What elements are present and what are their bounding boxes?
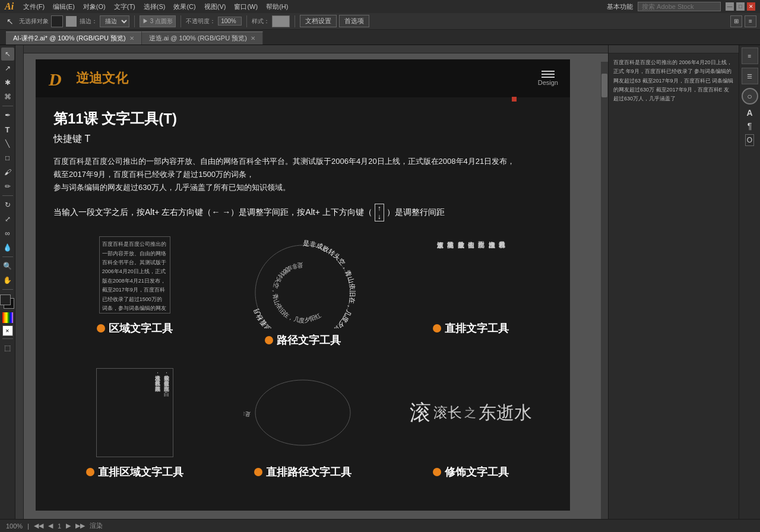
eyedropper-tool[interactable]: 💧 <box>1 241 14 254</box>
sep2 <box>180 15 181 27</box>
nav-next-btn[interactable]: ▶ <box>66 522 71 530</box>
brush-tool[interactable]: 🖌 <box>1 166 14 179</box>
menu-edit[interactable]: 编辑(E) <box>49 1 78 12</box>
dot-orange-1 <box>97 324 105 332</box>
panel-list-btn[interactable]: ☰ <box>742 68 758 84</box>
logo-icon: D <box>48 66 71 90</box>
status-sep-1: | <box>27 522 29 530</box>
vertical-text-box: 滚滚长江东逝水 浪花淘尽英雄 是非成败转头空 青山依旧在 几度夕阳红 白发渔樵江… <box>435 236 506 314</box>
magic-wand-tool[interactable]: ✱ <box>1 76 14 89</box>
lasso-tool[interactable]: ⌘ <box>1 90 14 103</box>
lesson-title: 第11课 文字工具(T) <box>53 109 552 128</box>
right-panel: 百度百科是百度公司推出的 2006年4月20日上线，正式 年9月，百度百科已经收… <box>608 45 739 519</box>
svg-text:是非成败转头空青山依旧在几度夕阳红白发渔樵江渚上惯看秋月春风: 是非成败转头空青山依旧在几度夕阳红白发渔樵江渚上惯看秋月春风 <box>243 365 294 417</box>
panel-toggle[interactable]: ≡ <box>745 15 756 27</box>
vertical-path-example: 是非成败转头空青山依旧在几度夕阳红白发渔樵江渚上惯看秋月春风 直排路径文字工具 <box>221 365 384 479</box>
examples-row-1: 百度百科是百度公司推出的一部内容开放、自由的网络百科全书平台。其测试版于2006… <box>53 233 552 347</box>
sep3 <box>246 15 247 27</box>
nav-first-btn[interactable]: ◀◀ <box>34 522 43 530</box>
canvas-with-ruler: D 逆迪文化 Design <box>15 53 608 519</box>
stroke-select[interactable]: 描边 <box>100 15 129 27</box>
fill-color-box <box>0 294 11 305</box>
path-text-svg: 是非成败转头空，青山依旧在，几度夕阳红。白发渔樵江渚上，惯看秋月 是非成败转头空… <box>243 233 362 328</box>
svg-text:D: D <box>48 69 62 89</box>
vertical-path-label: 直排路径文字工具 <box>254 465 352 479</box>
tool-separator-2 <box>2 195 13 196</box>
canvas-scroll-area[interactable]: D 逆迪文化 Design <box>15 53 608 519</box>
direct-select-tool[interactable]: ↗ <box>1 62 14 75</box>
pen-tool[interactable]: ✒ <box>1 109 14 122</box>
rotate-tool[interactable]: ↻ <box>1 198 14 211</box>
selection-tool[interactable]: ↖ <box>4 15 17 28</box>
right-mini-panel: ≡ ☰ ○ A ¶ O <box>739 45 760 519</box>
blend-tool[interactable]: ∞ <box>1 227 14 240</box>
menu-select[interactable]: 选择(S) <box>140 1 169 12</box>
panel-O-btn[interactable]: O <box>745 134 754 146</box>
menu-text[interactable]: 文字(T) <box>110 1 139 12</box>
menu-window[interactable]: 窗口(W) <box>230 1 261 12</box>
line-tool[interactable]: ╲ <box>1 137 14 150</box>
svg-point-3 <box>255 380 350 445</box>
select-tool[interactable]: ↖ <box>1 48 14 61</box>
basic-function-btn[interactable]: 基本功能 <box>607 2 633 11</box>
no-select-label: 无选择对象 <box>19 17 49 26</box>
opacity-label: 不透明度： <box>186 17 216 26</box>
nav-prev-btn[interactable]: ◀ <box>48 522 53 530</box>
path-text-example: 是非成败转头空，青山依旧在，几度夕阳红。白发渔樵江渚上，惯看秋月 是非成败转头空… <box>221 233 384 347</box>
vertical-area-example: 非成败转头空，青山是依旧在，几度夕阳红。白 发渔樵江渚上，惯看秋月春风。浪花淘尽… <box>53 365 216 479</box>
close-button[interactable]: ✕ <box>747 2 755 11</box>
panel-para-btn[interactable]: ¶ <box>748 121 752 131</box>
stroke-color[interactable] <box>65 15 77 27</box>
tab-bar: AI-课件2.ai* @ 100% (RGB/GPU 预览) ✕ 逆造.ai @… <box>0 30 760 45</box>
vertical-path-content: 是非成败转头空青山依旧在几度夕阳红白发渔樵江渚上惯看秋月春风 <box>221 365 384 460</box>
menu-file[interactable]: 文件(F) <box>20 1 48 12</box>
menu-effect[interactable]: 效果(C) <box>170 1 199 12</box>
tab-close-2[interactable]: ✕ <box>251 35 255 42</box>
tool-separator-3 <box>2 256 13 257</box>
adobe-stock-search[interactable] <box>638 2 721 11</box>
style-preview <box>272 15 290 27</box>
layout-toggle[interactable]: ⊞ <box>730 15 742 27</box>
opacity-input[interactable] <box>218 17 242 26</box>
nav-last-btn[interactable]: ▶▶ <box>75 522 85 530</box>
point-type: ▶ 3 点圆形 <box>140 15 176 27</box>
dot-orange-2 <box>265 336 273 344</box>
menu-help[interactable]: 帮助(H) <box>262 1 292 12</box>
tab-nidi[interactable]: 逆造.ai @ 100% (RGB/GPU 预览) ✕ <box>142 31 263 45</box>
hamburger-icon[interactable] <box>542 71 555 78</box>
dot-orange-6 <box>433 468 441 476</box>
shortcut-line: 快捷键 T <box>53 133 552 145</box>
dot-orange-4 <box>86 468 94 476</box>
scrollbar-right[interactable] <box>601 62 608 519</box>
color-box[interactable] <box>51 15 63 27</box>
panel-circle-btn[interactable]: ○ <box>742 88 758 104</box>
text-tool[interactable]: T <box>1 123 14 136</box>
panel-A-btn[interactable]: A <box>746 108 752 118</box>
vertical-text-label: 直排文字工具 <box>433 321 509 335</box>
tab-close-1[interactable]: ✕ <box>129 35 134 42</box>
canvas-area: D 逆迪文化 Design <box>15 45 608 519</box>
panel-collapse-btn[interactable]: ≡ <box>742 48 758 64</box>
tool-separator-4 <box>2 289 13 290</box>
menu-view[interactable]: 视图(V) <box>201 1 230 12</box>
status-bar: 100% | ◀◀ ◀ 1 ▶ ▶▶ 渲染 <box>0 519 760 532</box>
header-menu: Design <box>538 71 558 86</box>
hand-tool[interactable]: ✋ <box>1 274 14 287</box>
minimize-button[interactable]: — <box>726 2 734 11</box>
scale-tool[interactable]: ⤢ <box>1 213 14 226</box>
tab-ai-lesson[interactable]: AI-课件2.ai* @ 100% (RGB/GPU 预览) ✕ <box>6 31 142 45</box>
artboard-tool[interactable]: ⬚ <box>1 341 14 354</box>
preferences-button[interactable]: 首选项 <box>339 15 369 27</box>
color-selector[interactable] <box>0 294 15 310</box>
menu-object[interactable]: 对象(O) <box>80 1 109 12</box>
vertical-text-content: 滚滚长江东逝水 浪花淘尽英雄 是非成败转头空 青山依旧在 几度夕阳红 白发渔樵江… <box>390 233 552 316</box>
rect-tool[interactable]: □ <box>1 151 14 164</box>
color-gradient <box>2 312 13 323</box>
zoom-tool[interactable]: 🔍 <box>1 259 14 273</box>
doc-settings-button[interactable]: 文档设置 <box>300 15 337 27</box>
maximize-button[interactable]: □ <box>736 2 745 11</box>
svg-text:是非成败转头空，青山依旧在，几度夕阳红: 是非成败转头空，青山依旧在，几度夕阳红 <box>272 262 322 324</box>
pencil-tool[interactable]: ✏ <box>1 180 14 193</box>
scrollbar-thumb <box>601 74 607 97</box>
path-text-content: 是非成败转头空，青山依旧在，几度夕阳红。白发渔樵江渚上，惯看秋月 是非成败转头空… <box>221 233 384 328</box>
